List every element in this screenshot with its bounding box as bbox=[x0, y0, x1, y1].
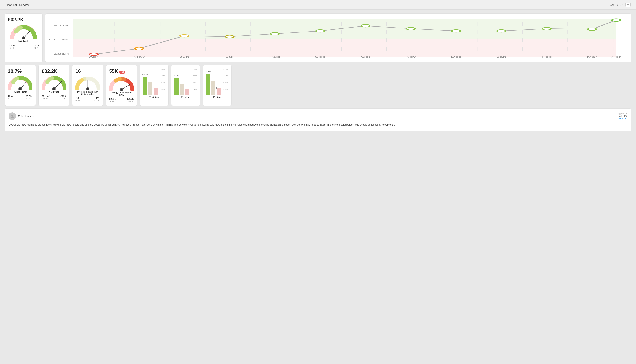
net-profit-card: £32.2K Net Profit £31.9K bbox=[5, 14, 43, 62]
energy-goal: 52.6K GOAL bbox=[127, 98, 134, 102]
proj-footer: 15 RED 17 GOAL bbox=[75, 97, 100, 102]
svg-text:£32K: £32K bbox=[54, 24, 70, 26]
net-profit-card-2: £32.2K Net Profit £31.9K RED £ bbox=[38, 65, 70, 106]
training-y80: £80K bbox=[161, 68, 165, 70]
comment-text: Overall we have managed the restructurin… bbox=[9, 123, 627, 127]
gauge-pnp: % Net Profit bbox=[8, 76, 33, 93]
svg-point-23 bbox=[90, 53, 98, 56]
svg-point-35 bbox=[612, 19, 620, 22]
bottom-row: 20.7% % Net Profit 20% RED 20. bbox=[5, 65, 631, 106]
project-bar-pink bbox=[217, 88, 221, 95]
svg-text:Jan: Jan bbox=[496, 56, 506, 58]
line-chart-card: £31K £31.5K £32K bbox=[45, 14, 631, 62]
project-title: Project bbox=[206, 96, 228, 98]
svg-text:2018: 2018 bbox=[404, 58, 417, 58]
project-y170: £170K bbox=[223, 68, 228, 70]
avatar bbox=[9, 112, 16, 120]
svg-text:Oct: Oct bbox=[361, 56, 370, 58]
footer-red: £31.9K RED bbox=[8, 44, 16, 49]
training-baseline bbox=[143, 95, 158, 95]
card-footer-main: £31.9K RED £32K GOAL bbox=[8, 44, 39, 49]
svg-point-34 bbox=[588, 28, 596, 30]
header-right: April 2019 <> bbox=[610, 3, 631, 7]
svg-point-64 bbox=[19, 88, 21, 90]
project-chart: £170K £165K £160K £155K £167K ▶ bbox=[206, 68, 228, 95]
date-selector[interactable]: April 2019 bbox=[610, 4, 623, 6]
energy-card: 55K +88 Energy Consu bbox=[106, 65, 137, 106]
svg-text:2019: 2019 bbox=[495, 58, 508, 58]
code-icon[interactable]: <> bbox=[625, 3, 631, 7]
pnp-label: % Net Profit bbox=[14, 91, 27, 93]
applies-to-link[interactable]: Financial bbox=[618, 117, 627, 120]
project-bar-green: £167K bbox=[206, 74, 210, 95]
svg-point-73 bbox=[121, 89, 123, 91]
svg-text:2019: 2019 bbox=[540, 58, 553, 58]
top-row: £32.2K Net Profit £31.9K bbox=[5, 14, 631, 62]
chevron-down-icon bbox=[622, 4, 623, 6]
energy-red: 52.8K RED bbox=[109, 98, 116, 102]
pnp-value: 20.7% bbox=[8, 68, 33, 74]
gauge-svg-proj bbox=[75, 76, 100, 90]
svg-text:2018: 2018 bbox=[178, 58, 191, 58]
training-card: £80K £75K £70K £65K £75.4K Training bbox=[140, 65, 169, 106]
comment-section: Colin Francis Applies To All Time Financ… bbox=[5, 108, 631, 131]
svg-point-30 bbox=[406, 27, 415, 30]
np2-footer: £31.9K RED £32K GOAL bbox=[42, 95, 66, 100]
energy-label: Energy ConsumptionkWh bbox=[111, 92, 132, 96]
np2-label: Net Profit bbox=[49, 91, 59, 93]
np2-value: £32.2K bbox=[42, 68, 66, 74]
svg-line-1 bbox=[24, 31, 30, 38]
training-chart: £80K £75K £70K £65K £75.4K bbox=[143, 68, 165, 95]
svg-point-70 bbox=[87, 88, 89, 90]
svg-text:May: May bbox=[133, 56, 145, 58]
product-card: £60K £55K £50K £45K £55.5K Product bbox=[171, 65, 200, 106]
svg-point-31 bbox=[452, 30, 460, 32]
svg-point-28 bbox=[316, 30, 324, 32]
svg-text:2019: 2019 bbox=[585, 58, 599, 58]
product-baseline bbox=[175, 95, 189, 95]
gauge-svg-energy bbox=[109, 76, 134, 91]
applies-to: Applies To All Time Financial bbox=[618, 112, 627, 120]
pnp-red: 20% RED bbox=[8, 95, 13, 100]
svg-text:Jul: Jul bbox=[226, 56, 234, 58]
svg-text:Sep: Sep bbox=[315, 56, 326, 58]
applies-to-time: All Time bbox=[618, 115, 627, 117]
gauge-label-main: Net Profit bbox=[19, 40, 29, 43]
main-content: £32.2K Net Profit £31.9K bbox=[0, 10, 636, 135]
product-y55: £55K bbox=[193, 75, 197, 77]
avatar-icon bbox=[10, 114, 15, 118]
svg-line-72 bbox=[122, 84, 130, 90]
app-header: Financial Overview April 2019 <> bbox=[0, 0, 636, 10]
svg-text:2018: 2018 bbox=[313, 58, 327, 58]
gauge-svg-np2 bbox=[42, 76, 66, 90]
percent-net-profit-card: 20.7% % Net Profit 20% RED 20. bbox=[5, 65, 36, 106]
svg-text:Mar: Mar bbox=[587, 56, 597, 58]
product-bar-green: £55.5K bbox=[175, 78, 179, 95]
training-bar-pink bbox=[154, 88, 158, 95]
training-y65: £65K bbox=[161, 88, 165, 90]
svg-text:2018: 2018 bbox=[268, 58, 282, 58]
energy-value: 55K bbox=[109, 68, 118, 74]
net-profit-value: £32.2K bbox=[8, 17, 39, 22]
np2-red: £31.9K RED bbox=[42, 95, 50, 100]
svg-line-66 bbox=[54, 82, 61, 89]
svg-text:£31.5K: £31.5K bbox=[49, 38, 70, 41]
page-title: Financial Overview bbox=[5, 3, 30, 6]
proj-goal: 17 GOAL bbox=[94, 97, 100, 102]
svg-text:Apr: Apr bbox=[89, 56, 99, 58]
svg-point-75 bbox=[11, 117, 14, 118]
np2-goal: £32K GOAL bbox=[60, 95, 66, 100]
training-bar-green: £75.4K bbox=[143, 77, 147, 95]
project-y155: £155K bbox=[223, 88, 228, 90]
proj-value: 16 bbox=[75, 68, 100, 74]
gauge-net-profit: Net Profit bbox=[8, 24, 39, 43]
svg-text:2019: 2019 bbox=[609, 58, 623, 58]
project-y165: £165K bbox=[223, 75, 228, 77]
line-chart-svg: £31K £31.5K £32K bbox=[49, 17, 628, 58]
product-y45: £45K bbox=[193, 88, 197, 90]
projects-card: 16 Projects greater than£25k in value bbox=[72, 65, 103, 106]
project-y160: £160K bbox=[223, 82, 228, 84]
svg-text:2018: 2018 bbox=[132, 58, 146, 58]
svg-point-33 bbox=[542, 27, 551, 30]
svg-point-25 bbox=[180, 34, 189, 37]
